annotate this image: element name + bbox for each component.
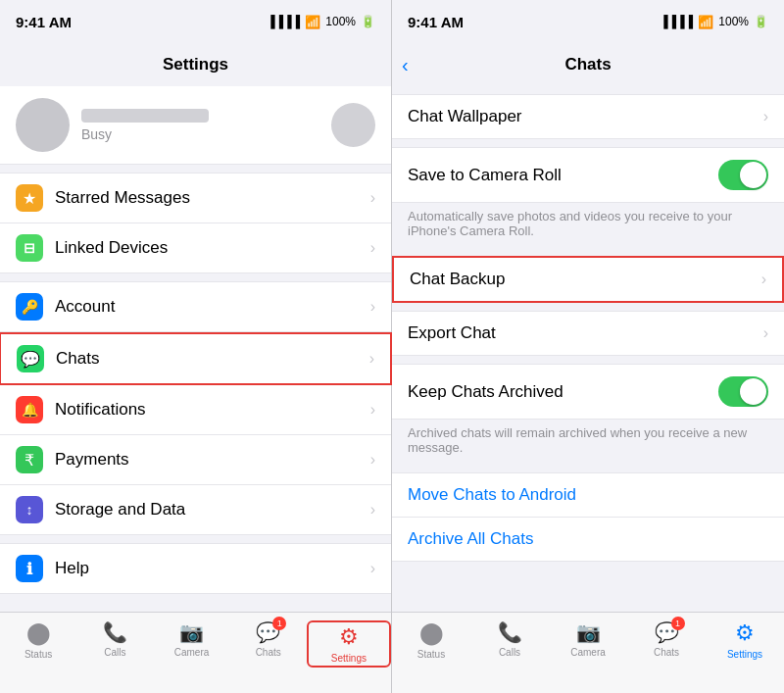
chats-tab-icon: 💬 1 xyxy=(256,620,280,644)
right-camera-icon: 📷 xyxy=(576,620,601,644)
keep-archived-toggle[interactable] xyxy=(718,376,768,407)
back-button[interactable]: ‹ xyxy=(402,54,409,76)
help-icon: ℹ xyxy=(16,555,43,582)
left-tab-calls[interactable]: 📞 Calls xyxy=(76,620,153,658)
avatar xyxy=(16,98,70,152)
archive-all-item[interactable]: Archive All Chats xyxy=(392,518,784,561)
camera-roll-section: Save to Camera Roll xyxy=(392,147,784,203)
right-tab-status[interactable]: ⬤ Status xyxy=(392,620,470,660)
right-status-icon: ⬤ xyxy=(419,620,444,646)
battery-icon: 🔋 xyxy=(361,15,375,28)
notifications-icon: 🔔 xyxy=(16,396,43,423)
right-panel: 9:41 AM ▐▐▐▐ 📶 100% 🔋 ‹ Chats Chat Wallp… xyxy=(392,0,784,693)
left-tab-chats[interactable]: 💬 1 Chats xyxy=(230,620,307,658)
right-calls-tab-label: Calls xyxy=(499,647,520,658)
notifications-item[interactable]: 🔔 Notifications › xyxy=(0,385,391,435)
export-label: Export Chat xyxy=(408,323,752,343)
left-tab-settings[interactable]: ⚙ Settings xyxy=(307,620,391,668)
profile-info: Busy xyxy=(81,109,209,142)
keep-archived-section: Keep Chats Archived xyxy=(392,364,784,420)
settings-section-2: 🔑 Account › 💬 Chats › 🔔 Notifications › … xyxy=(0,281,391,535)
camera-tab-label: Camera xyxy=(174,647,210,658)
calls-icon: 📞 xyxy=(103,620,127,644)
calls-tab-label: Calls xyxy=(104,647,125,658)
backup-item[interactable]: Chat Backup › xyxy=(394,258,782,301)
account-chevron: › xyxy=(370,298,375,316)
right-camera-tab-label: Camera xyxy=(570,647,606,658)
camera-roll-toggle[interactable] xyxy=(718,160,768,190)
settings-section-3: ℹ Help › xyxy=(0,543,391,594)
right-tab-chats[interactable]: 💬 1 Chats xyxy=(627,620,706,658)
chats-icon: 💬 xyxy=(17,345,44,372)
right-nav-bar: ‹ Chats xyxy=(392,43,784,86)
right-calls-icon: 📞 xyxy=(498,620,522,644)
right-tab-bar: ⬤ Status 📞 Calls 📷 Camera 💬 1 Chats ⚙ Se… xyxy=(392,612,784,693)
right-time: 9:41 AM xyxy=(408,14,464,30)
status-tab-label: Status xyxy=(24,649,52,660)
account-item[interactable]: 🔑 Account › xyxy=(0,282,391,332)
wallpaper-label: Chat Wallpaper xyxy=(408,107,752,126)
right-chats-tab-icon: 💬 1 xyxy=(655,620,679,644)
left-status-icons: ▐▐▐▐ 📶 100% 🔋 xyxy=(267,15,375,29)
left-tab-status[interactable]: ⬤ Status xyxy=(0,620,76,660)
status-icon: ⬤ xyxy=(26,620,51,646)
move-android-label: Move Chats to Android xyxy=(408,485,768,505)
wallpaper-item[interactable]: Chat Wallpaper › xyxy=(392,95,784,138)
storage-label: Storage and Data xyxy=(55,500,359,520)
export-section: Export Chat › xyxy=(392,311,784,356)
chats-item[interactable]: 💬 Chats › xyxy=(0,332,392,385)
linked-icon: ⊟ xyxy=(16,234,43,262)
left-tab-bar: ⬤ Status 📞 Calls 📷 Camera 💬 1 Chats ⚙ Se… xyxy=(0,612,391,693)
payments-chevron: › xyxy=(370,451,375,469)
right-nav-title: Chats xyxy=(564,55,611,74)
keep-archived-label: Keep Chats Archived xyxy=(408,382,707,402)
wifi-icon: 📶 xyxy=(305,15,320,29)
starred-messages-item[interactable]: ★ Starred Messages › xyxy=(0,173,391,223)
right-battery-icon: 🔋 xyxy=(754,15,768,28)
back-chevron-icon: ‹ xyxy=(402,54,409,76)
right-status-tab-label: Status xyxy=(417,649,445,660)
linked-label: Linked Devices xyxy=(55,238,359,258)
keep-archived-item[interactable]: Keep Chats Archived xyxy=(392,365,784,419)
right-chats-badge: 1 xyxy=(671,617,685,630)
left-tab-camera[interactable]: 📷 Camera xyxy=(153,620,229,658)
storage-chevron: › xyxy=(370,501,375,519)
starred-chevron: › xyxy=(370,189,375,207)
starred-icon: ★ xyxy=(16,184,43,212)
right-signal-icon: ▐▐▐▐ xyxy=(660,15,693,28)
keep-archived-subtext: Archived chats will remain archived when… xyxy=(392,420,784,465)
backup-section: Chat Backup › xyxy=(392,256,784,303)
wallpaper-section: Chat Wallpaper › xyxy=(392,94,784,139)
notifications-label: Notifications xyxy=(55,400,359,420)
camera-icon: 📷 xyxy=(179,620,204,644)
linked-chevron: › xyxy=(370,239,375,257)
profile-section[interactable]: Busy xyxy=(0,86,391,165)
storage-icon: ↕ xyxy=(16,496,43,523)
help-label: Help xyxy=(55,559,359,578)
help-item[interactable]: ℹ Help › xyxy=(0,544,391,593)
signal-icon: ▐▐▐▐ xyxy=(267,15,300,28)
battery-text: 100% xyxy=(325,15,356,28)
right-tab-calls[interactable]: 📞 Calls xyxy=(470,620,549,658)
left-nav-title: Settings xyxy=(163,55,228,74)
backup-chevron: › xyxy=(761,271,766,288)
starred-label: Starred Messages xyxy=(55,188,359,208)
camera-roll-label: Save to Camera Roll xyxy=(408,166,707,185)
export-item[interactable]: Export Chat › xyxy=(392,312,784,355)
help-chevron: › xyxy=(370,560,375,577)
right-status-bar: 9:41 AM ▐▐▐▐ 📶 100% 🔋 xyxy=(392,0,784,43)
right-settings-tab-label: Settings xyxy=(727,649,762,660)
profile-arrow xyxy=(331,103,375,147)
chats-label: Chats xyxy=(56,349,358,369)
notifications-chevron: › xyxy=(370,401,375,419)
archive-all-label: Archive All Chats xyxy=(408,529,768,549)
payments-item[interactable]: ₹ Payments › xyxy=(0,435,391,485)
move-android-item[interactable]: Move Chats to Android xyxy=(392,473,784,518)
right-battery-text: 100% xyxy=(718,15,749,28)
storage-item[interactable]: ↕ Storage and Data › xyxy=(0,485,391,534)
right-tab-camera[interactable]: 📷 Camera xyxy=(549,620,627,658)
profile-name-placeholder xyxy=(81,109,209,123)
right-tab-settings[interactable]: ⚙ Settings xyxy=(706,620,784,660)
linked-devices-item[interactable]: ⊟ Linked Devices › xyxy=(0,223,391,272)
camera-roll-item[interactable]: Save to Camera Roll xyxy=(392,148,784,202)
